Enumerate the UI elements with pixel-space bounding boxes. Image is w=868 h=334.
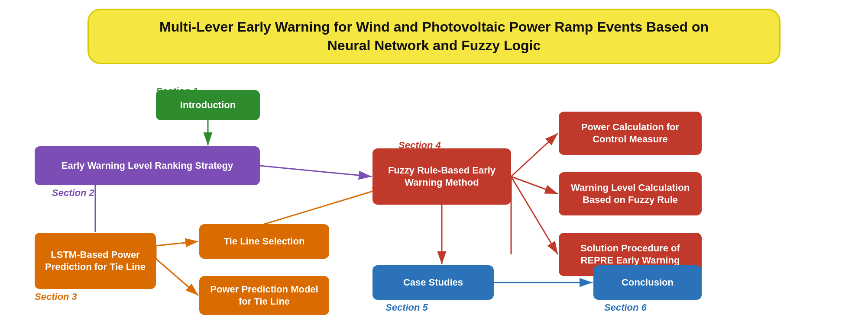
- title-box: Multi-Lever Early Warning for Wind and P…: [87, 9, 781, 64]
- node-warning-level: Warning Level Calculation Based on Fuzzy…: [559, 172, 702, 215]
- node-early-warning: Early Warning Level Ranking Strategy: [35, 146, 260, 185]
- node-case-studies: Case Studies: [372, 265, 494, 300]
- node-lstm: LSTM-Based Power Prediction for Tie Line: [35, 233, 156, 289]
- node-power-prediction: Power Prediction Model for Tie Line: [199, 276, 329, 315]
- diagram-container: Multi-Lever Early Warning for Wind and P…: [0, 0, 868, 334]
- svg-line-11: [264, 187, 385, 224]
- flow-area: Section 1 Introduction Early Warning Lev…: [9, 77, 862, 324]
- svg-line-12: [511, 133, 558, 177]
- section2-label: Section 2: [52, 187, 94, 199]
- svg-line-9: [156, 259, 198, 295]
- title-text: Multi-Lever Early Warning for Wind and P…: [115, 18, 753, 55]
- svg-line-14: [511, 177, 558, 254]
- section6-label: Section 6: [604, 302, 647, 313]
- section3-label: Section 3: [35, 291, 77, 302]
- node-power-calc: Power Calculation for Control Measure: [559, 112, 702, 155]
- svg-line-13: [511, 177, 558, 194]
- node-conclusion: Conclusion: [593, 265, 702, 300]
- node-tie-line-selection: Tie Line Selection: [199, 224, 329, 259]
- section5-label: Section 5: [385, 302, 428, 313]
- node-introduction: Introduction: [156, 90, 260, 120]
- svg-line-8: [156, 241, 198, 246]
- node-fuzzy-rule: Fuzzy Rule-Based Early Warning Method: [372, 148, 511, 205]
- svg-line-6: [260, 166, 372, 177]
